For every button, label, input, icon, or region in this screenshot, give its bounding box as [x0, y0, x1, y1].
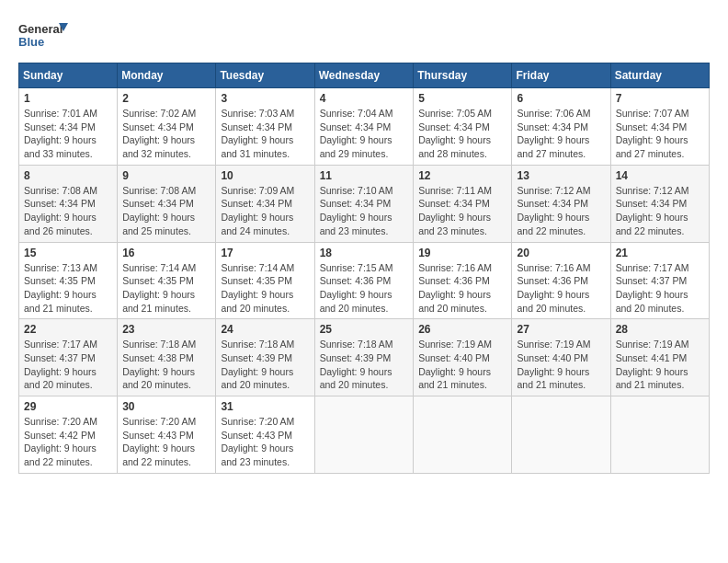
day-info: Sunrise: 7:06 AM Sunset: 4:34 PM Dayligh…	[517, 107, 605, 161]
day-info: Sunrise: 7:08 AM Sunset: 4:34 PM Dayligh…	[24, 184, 112, 238]
day-number: 11	[320, 169, 409, 182]
day-number: 5	[418, 92, 506, 105]
calendar-day-cell: 17Sunrise: 7:14 AM Sunset: 4:35 PM Dayli…	[216, 242, 314, 319]
calendar-day-cell: 3Sunrise: 7:03 AM Sunset: 4:34 PM Daylig…	[216, 88, 314, 166]
calendar-day-cell: 22Sunrise: 7:17 AM Sunset: 4:37 PM Dayli…	[19, 319, 118, 396]
empty-cell	[512, 396, 610, 474]
calendar-day-cell: 10Sunrise: 7:09 AM Sunset: 4:34 PM Dayli…	[216, 165, 314, 242]
day-number: 7	[616, 92, 704, 105]
calendar-day-cell: 9Sunrise: 7:08 AM Sunset: 4:34 PM Daylig…	[118, 165, 216, 242]
day-number: 6	[517, 92, 605, 105]
day-info: Sunrise: 7:16 AM Sunset: 4:36 PM Dayligh…	[517, 261, 605, 316]
calendar-day-cell: 5Sunrise: 7:05 AM Sunset: 4:34 PM Daylig…	[414, 88, 512, 166]
weekday-header-monday: Monday	[118, 63, 216, 88]
day-number: 18	[320, 247, 409, 259]
day-info: Sunrise: 7:13 AM Sunset: 4:35 PM Dayligh…	[24, 261, 112, 316]
day-info: Sunrise: 7:11 AM Sunset: 4:34 PM Dayligh…	[418, 184, 506, 238]
day-number: 31	[221, 400, 309, 413]
day-info: Sunrise: 7:17 AM Sunset: 4:37 PM Dayligh…	[24, 338, 112, 392]
day-info: Sunrise: 7:17 AM Sunset: 4:37 PM Dayligh…	[616, 261, 704, 316]
day-info: Sunrise: 7:01 AM Sunset: 4:34 PM Dayligh…	[24, 107, 112, 161]
day-info: Sunrise: 7:18 AM Sunset: 4:39 PM Dayligh…	[320, 338, 409, 392]
calendar-day-cell: 25Sunrise: 7:18 AM Sunset: 4:39 PM Dayli…	[314, 319, 414, 396]
calendar-day-cell: 27Sunrise: 7:19 AM Sunset: 4:40 PM Dayli…	[512, 319, 610, 396]
weekday-header-tuesday: Tuesday	[216, 63, 314, 88]
day-number: 28	[616, 323, 704, 336]
svg-text:General: General	[18, 22, 63, 36]
calendar-day-cell: 31Sunrise: 7:20 AM Sunset: 4:43 PM Dayli…	[216, 396, 314, 474]
day-info: Sunrise: 7:20 AM Sunset: 4:43 PM Dayligh…	[221, 415, 309, 469]
day-number: 22	[24, 323, 112, 336]
calendar-day-cell: 23Sunrise: 7:18 AM Sunset: 4:38 PM Dayli…	[118, 319, 216, 396]
calendar-day-cell: 29Sunrise: 7:20 AM Sunset: 4:42 PM Dayli…	[19, 396, 118, 474]
day-info: Sunrise: 7:09 AM Sunset: 4:34 PM Dayligh…	[221, 184, 309, 238]
day-info: Sunrise: 7:16 AM Sunset: 4:36 PM Dayligh…	[418, 261, 506, 316]
calendar-day-cell: 15Sunrise: 7:13 AM Sunset: 4:35 PM Dayli…	[19, 242, 118, 319]
calendar-day-cell: 7Sunrise: 7:07 AM Sunset: 4:34 PM Daylig…	[610, 88, 709, 166]
day-number: 10	[221, 169, 309, 182]
weekday-header-saturday: Saturday	[610, 63, 709, 88]
day-number: 1	[24, 92, 112, 105]
day-number: 9	[122, 169, 210, 182]
day-info: Sunrise: 7:19 AM Sunset: 4:40 PM Dayligh…	[517, 338, 605, 392]
calendar-table: SundayMondayTuesdayWednesdayThursdayFrid…	[18, 63, 710, 474]
day-number: 19	[418, 247, 506, 259]
calendar-day-cell: 8Sunrise: 7:08 AM Sunset: 4:34 PM Daylig…	[19, 165, 118, 242]
calendar-day-cell: 21Sunrise: 7:17 AM Sunset: 4:37 PM Dayli…	[610, 242, 709, 319]
svg-text:Blue: Blue	[18, 35, 44, 49]
day-info: Sunrise: 7:02 AM Sunset: 4:34 PM Dayligh…	[122, 107, 210, 161]
header: GeneralBlue	[18, 18, 710, 53]
calendar-week-row: 22Sunrise: 7:17 AM Sunset: 4:37 PM Dayli…	[19, 319, 710, 396]
day-number: 21	[616, 247, 704, 259]
calendar-day-cell: 11Sunrise: 7:10 AM Sunset: 4:34 PM Dayli…	[314, 165, 414, 242]
day-info: Sunrise: 7:18 AM Sunset: 4:39 PM Dayligh…	[221, 338, 309, 392]
logo-icon: GeneralBlue	[18, 18, 69, 53]
calendar-day-cell: 26Sunrise: 7:19 AM Sunset: 4:40 PM Dayli…	[414, 319, 512, 396]
day-info: Sunrise: 7:19 AM Sunset: 4:40 PM Dayligh…	[418, 338, 506, 392]
day-info: Sunrise: 7:07 AM Sunset: 4:34 PM Dayligh…	[616, 107, 704, 161]
day-info: Sunrise: 7:19 AM Sunset: 4:41 PM Dayligh…	[616, 338, 704, 392]
day-number: 15	[24, 247, 112, 259]
logo: GeneralBlue	[18, 18, 69, 53]
day-number: 13	[517, 169, 605, 182]
day-info: Sunrise: 7:04 AM Sunset: 4:34 PM Dayligh…	[320, 107, 409, 161]
weekday-header-sunday: Sunday	[19, 63, 118, 88]
calendar-day-cell: 18Sunrise: 7:15 AM Sunset: 4:36 PM Dayli…	[314, 242, 414, 319]
calendar-day-cell: 2Sunrise: 7:02 AM Sunset: 4:34 PM Daylig…	[118, 88, 216, 166]
day-info: Sunrise: 7:18 AM Sunset: 4:38 PM Dayligh…	[122, 338, 210, 392]
calendar-day-cell: 16Sunrise: 7:14 AM Sunset: 4:35 PM Dayli…	[118, 242, 216, 319]
day-number: 3	[221, 92, 309, 105]
day-number: 26	[418, 323, 506, 336]
day-number: 8	[24, 169, 112, 182]
day-info: Sunrise: 7:14 AM Sunset: 4:35 PM Dayligh…	[221, 261, 309, 316]
day-info: Sunrise: 7:12 AM Sunset: 4:34 PM Dayligh…	[517, 184, 605, 238]
calendar-day-cell: 4Sunrise: 7:04 AM Sunset: 4:34 PM Daylig…	[314, 88, 414, 166]
calendar-week-row: 29Sunrise: 7:20 AM Sunset: 4:42 PM Dayli…	[19, 396, 710, 474]
weekday-header-thursday: Thursday	[414, 63, 512, 88]
day-number: 2	[122, 92, 210, 105]
day-info: Sunrise: 7:20 AM Sunset: 4:42 PM Dayligh…	[24, 415, 112, 469]
calendar-day-cell: 1Sunrise: 7:01 AM Sunset: 4:34 PM Daylig…	[19, 88, 118, 166]
calendar-day-cell: 24Sunrise: 7:18 AM Sunset: 4:39 PM Dayli…	[216, 319, 314, 396]
day-number: 17	[221, 247, 309, 259]
day-info: Sunrise: 7:14 AM Sunset: 4:35 PM Dayligh…	[122, 261, 210, 316]
calendar-day-cell: 12Sunrise: 7:11 AM Sunset: 4:34 PM Dayli…	[414, 165, 512, 242]
weekday-header-wednesday: Wednesday	[314, 63, 414, 88]
empty-cell	[610, 396, 709, 474]
day-number: 12	[418, 169, 506, 182]
day-number: 14	[616, 169, 704, 182]
day-number: 25	[320, 323, 409, 336]
day-number: 30	[122, 400, 210, 413]
day-number: 16	[122, 247, 210, 259]
day-number: 4	[320, 92, 409, 105]
calendar-week-row: 8Sunrise: 7:08 AM Sunset: 4:34 PM Daylig…	[19, 165, 710, 242]
calendar-day-cell: 30Sunrise: 7:20 AM Sunset: 4:43 PM Dayli…	[118, 396, 216, 474]
weekday-header-friday: Friday	[512, 63, 610, 88]
day-info: Sunrise: 7:12 AM Sunset: 4:34 PM Dayligh…	[616, 184, 704, 238]
day-info: Sunrise: 7:08 AM Sunset: 4:34 PM Dayligh…	[122, 184, 210, 238]
day-number: 23	[122, 323, 210, 336]
empty-cell	[414, 396, 512, 474]
calendar-day-cell: 13Sunrise: 7:12 AM Sunset: 4:34 PM Dayli…	[512, 165, 610, 242]
empty-cell	[314, 396, 414, 474]
calendar-week-row: 1Sunrise: 7:01 AM Sunset: 4:34 PM Daylig…	[19, 88, 710, 166]
